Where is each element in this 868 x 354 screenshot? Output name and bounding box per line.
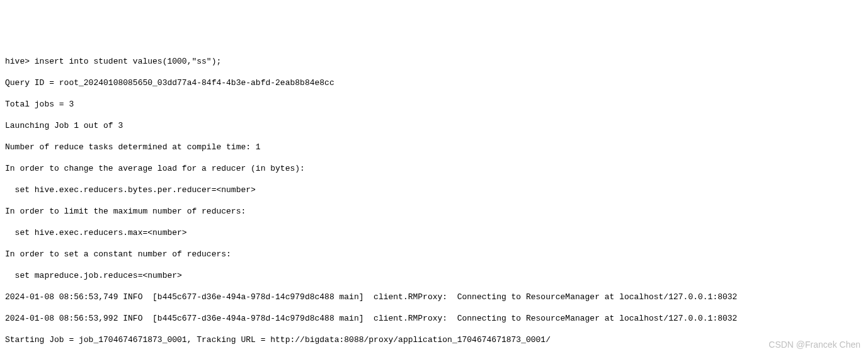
constant-reducers: In order to set a constant number of red…: [5, 249, 863, 260]
watermark-text: CSDN @Francek Chen: [768, 340, 860, 350]
limit-reducers: In order to limit the maximum number of …: [5, 206, 863, 217]
launching-job: Launching Job 1 out of 3: [5, 120, 863, 131]
reducers-max-setting: set hive.exec.reducers.max=<number>: [5, 227, 863, 238]
reducer-bytes-setting: set hive.exec.reducers.bytes.per.reducer…: [5, 185, 863, 195]
reduce-tasks: Number of reduce tasks determined at com…: [5, 142, 863, 152]
total-jobs: Total jobs = 3: [5, 99, 863, 110]
terminal-output: hive> insert into student values(1000,"s…: [5, 45, 863, 354]
rm-proxy-log-2: 2024-01-08 08:56:53,992 INFO [b445c677-d…: [5, 313, 863, 324]
query-id: Query ID = root_20240108085650_03dd77a4-…: [5, 77, 863, 88]
reducer-avg-load: In order to change the average load for …: [5, 163, 863, 174]
hive-command: hive> insert into student values(1000,"s…: [5, 56, 863, 67]
starting-job: Starting Job = job_1704674671873_0001, T…: [5, 334, 863, 345]
rm-proxy-log-1: 2024-01-08 08:56:53,749 INFO [b445c677-d…: [5, 292, 863, 302]
job-reduces-setting: set mapreduce.job.reduces=<number>: [5, 270, 863, 281]
